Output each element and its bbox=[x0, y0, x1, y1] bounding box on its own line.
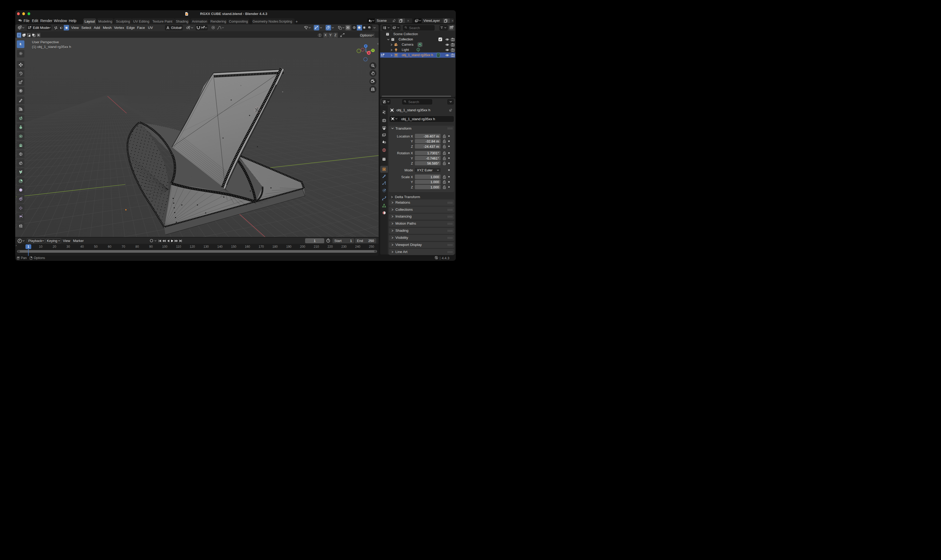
svg-text:Y: Y bbox=[372, 49, 374, 52]
svg-text:Z: Z bbox=[365, 45, 366, 47]
svg-text:X: X bbox=[368, 51, 370, 54]
